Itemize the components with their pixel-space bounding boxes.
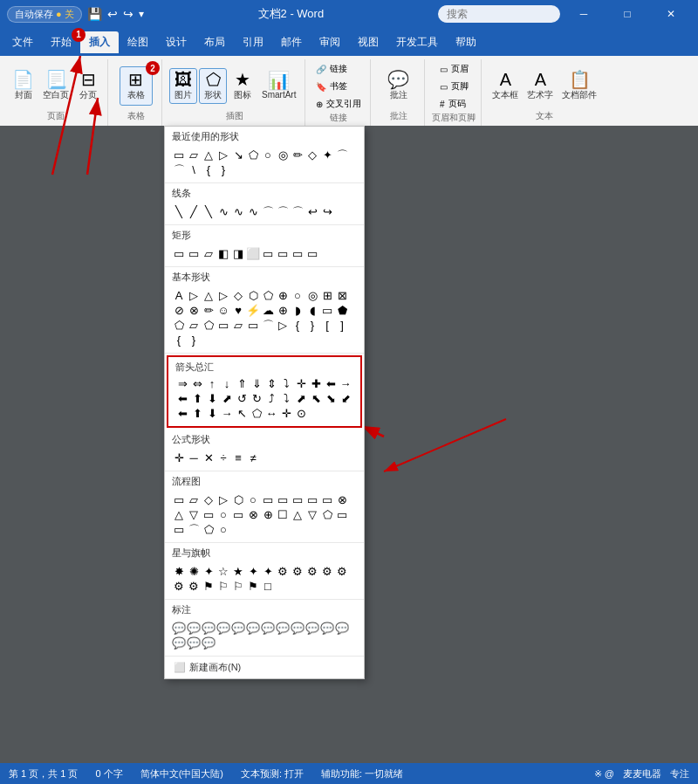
shape-item[interactable]: ▭ bbox=[305, 493, 319, 507]
shape-item[interactable]: ✦ bbox=[320, 148, 334, 162]
shape-item[interactable]: 💬 bbox=[187, 622, 201, 636]
tab-developer[interactable]: 开发工具 bbox=[387, 31, 447, 53]
shape-item[interactable]: ─ bbox=[187, 451, 201, 465]
shape-item[interactable]: ⚑ bbox=[246, 580, 260, 594]
shape-item[interactable]: ⊘ bbox=[172, 304, 186, 318]
shape-item[interactable]: ⚙ bbox=[276, 565, 290, 579]
shape-item[interactable]: ♥ bbox=[231, 304, 245, 318]
tab-help[interactable]: 帮助 bbox=[447, 31, 485, 53]
shape-item[interactable]: } bbox=[216, 163, 230, 177]
shape-item[interactable]: ○ bbox=[216, 523, 230, 537]
shape-item[interactable]: ⊕ bbox=[276, 304, 290, 318]
shape-item[interactable]: ⊠ bbox=[335, 289, 349, 303]
tab-draw[interactable]: 绘图 bbox=[119, 31, 157, 53]
shape-item[interactable]: ⚙ bbox=[320, 565, 334, 579]
shape-item[interactable]: ⌒ bbox=[261, 319, 275, 333]
shape-item[interactable]: 💬 bbox=[305, 622, 319, 636]
shape-item[interactable]: ☺ bbox=[216, 304, 230, 318]
shape-item[interactable]: → bbox=[339, 377, 352, 391]
page-break-button[interactable]: ⊟ 分页 bbox=[74, 69, 102, 103]
undo-icon[interactable]: ↩ bbox=[107, 7, 118, 21]
shape-item[interactable]: 💬 bbox=[335, 622, 349, 636]
shape-item[interactable]: ⬡ bbox=[231, 493, 245, 507]
shape-item[interactable]: ⇕ bbox=[264, 377, 278, 391]
shape-item[interactable]: 💬 bbox=[246, 622, 260, 636]
tab-file[interactable]: 文件 bbox=[3, 31, 42, 53]
shape-item[interactable]: \ bbox=[187, 163, 201, 177]
shape-item[interactable]: ↖ bbox=[235, 407, 249, 421]
shape-item[interactable]: ⌒ bbox=[187, 523, 201, 537]
shape-item[interactable]: ✚ bbox=[309, 377, 323, 391]
shape-item[interactable]: ⊕ bbox=[276, 289, 290, 303]
shape-item[interactable]: ▭ bbox=[216, 319, 230, 333]
shape-item[interactable]: ▱ bbox=[187, 493, 201, 507]
crossref-button[interactable]: ⊕ 交叉引用 bbox=[312, 96, 365, 112]
shape-item[interactable]: ✛ bbox=[279, 407, 293, 421]
shape-item[interactable]: ▭ bbox=[276, 493, 290, 507]
autosave-button[interactable]: 自动保存 ● 关 bbox=[7, 6, 82, 23]
shape-item[interactable]: ✸ bbox=[172, 565, 186, 579]
shapes-button[interactable]: ⬠ 形状 bbox=[199, 68, 227, 104]
pictures-button[interactable]: 🖼 图片 bbox=[169, 68, 197, 104]
shape-item[interactable]: 💬 bbox=[202, 622, 216, 636]
shape-item[interactable]: ⬈ bbox=[294, 392, 308, 406]
shape-item[interactable]: ⬉ bbox=[309, 392, 323, 406]
shape-item[interactable]: ✛ bbox=[294, 377, 308, 391]
shape-item[interactable]: 💬 bbox=[172, 636, 186, 650]
docpart-button[interactable]: 📋 文档部件 bbox=[558, 69, 600, 103]
shape-item[interactable]: △ bbox=[202, 148, 216, 162]
tab-home[interactable]: 开始 1 bbox=[42, 31, 80, 53]
shape-item[interactable]: ⇑ bbox=[235, 377, 249, 391]
shape-item[interactable]: ⬇ bbox=[205, 392, 219, 406]
shape-item[interactable]: ▭ bbox=[172, 247, 186, 261]
shape-item[interactable]: ] bbox=[335, 319, 349, 333]
shape-item[interactable]: ⤵ bbox=[279, 377, 293, 391]
shape-item[interactable]: 💬 bbox=[231, 622, 245, 636]
shape-item[interactable]: ⬠ bbox=[320, 508, 334, 522]
shape-item[interactable]: 💬 bbox=[187, 636, 201, 650]
shape-item[interactable]: ▭ bbox=[291, 247, 305, 261]
shape-item[interactable]: ◎ bbox=[305, 289, 319, 303]
shape-item[interactable]: ↩ bbox=[305, 205, 319, 219]
smartart-button[interactable]: 📊 SmartArt bbox=[258, 70, 299, 101]
shape-item[interactable]: ▱ bbox=[202, 247, 216, 261]
shape-item[interactable]: ⊗ bbox=[335, 493, 349, 507]
shape-item[interactable]: 💬 bbox=[291, 622, 305, 636]
shape-item[interactable]: ▭ bbox=[246, 319, 260, 333]
shape-item[interactable]: ↓ bbox=[220, 377, 234, 391]
shape-item[interactable]: 💬 bbox=[172, 622, 186, 636]
shape-item[interactable]: ÷ bbox=[216, 451, 230, 465]
shape-item[interactable]: ∿ bbox=[216, 205, 230, 219]
shape-item[interactable]: → bbox=[220, 407, 234, 421]
shape-item[interactable]: ▷ bbox=[216, 148, 230, 162]
minimize-button[interactable]: ─ bbox=[564, 0, 604, 28]
shape-item[interactable]: ▱ bbox=[231, 319, 245, 333]
shape-item[interactable]: ⇒ bbox=[175, 377, 189, 391]
shape-item[interactable]: ⚐ bbox=[231, 580, 245, 594]
shape-item[interactable]: ◎ bbox=[276, 148, 290, 162]
shape-item[interactable]: ◇ bbox=[231, 289, 245, 303]
shape-item[interactable]: ✏ bbox=[202, 304, 216, 318]
shape-item[interactable]: } bbox=[187, 334, 201, 347]
shape-item[interactable]: 💬 bbox=[202, 636, 216, 650]
shape-item[interactable]: ⬆ bbox=[190, 407, 204, 421]
shape-item[interactable]: ▽ bbox=[187, 508, 201, 522]
shape-item[interactable]: ⬊ bbox=[324, 392, 338, 406]
new-canvas-button[interactable]: ⬜ 新建画布(N) bbox=[165, 657, 364, 678]
shape-item[interactable]: ☁ bbox=[261, 304, 275, 318]
shape-item[interactable]: ⚑ bbox=[202, 580, 216, 594]
shape-item[interactable]: [ bbox=[320, 319, 334, 333]
shape-item[interactable]: ⬅ bbox=[175, 407, 189, 421]
close-button[interactable]: ✕ bbox=[651, 0, 691, 28]
shape-item[interactable]: ⊙ bbox=[294, 407, 308, 421]
shape-item[interactable]: ⚙ bbox=[305, 565, 319, 579]
shape-item[interactable]: { bbox=[172, 334, 186, 347]
tab-design[interactable]: 设计 bbox=[157, 31, 195, 53]
shape-item[interactable]: ✦ bbox=[202, 565, 216, 579]
shape-item[interactable]: ⤵ bbox=[279, 392, 293, 406]
shape-item[interactable]: ⬠ bbox=[202, 319, 216, 333]
header-button[interactable]: ▭ 页眉 bbox=[436, 61, 472, 77]
shape-item[interactable]: ◖ bbox=[305, 304, 319, 318]
shape-item[interactable]: ⬠ bbox=[246, 148, 260, 162]
shape-item[interactable]: △ bbox=[172, 508, 186, 522]
